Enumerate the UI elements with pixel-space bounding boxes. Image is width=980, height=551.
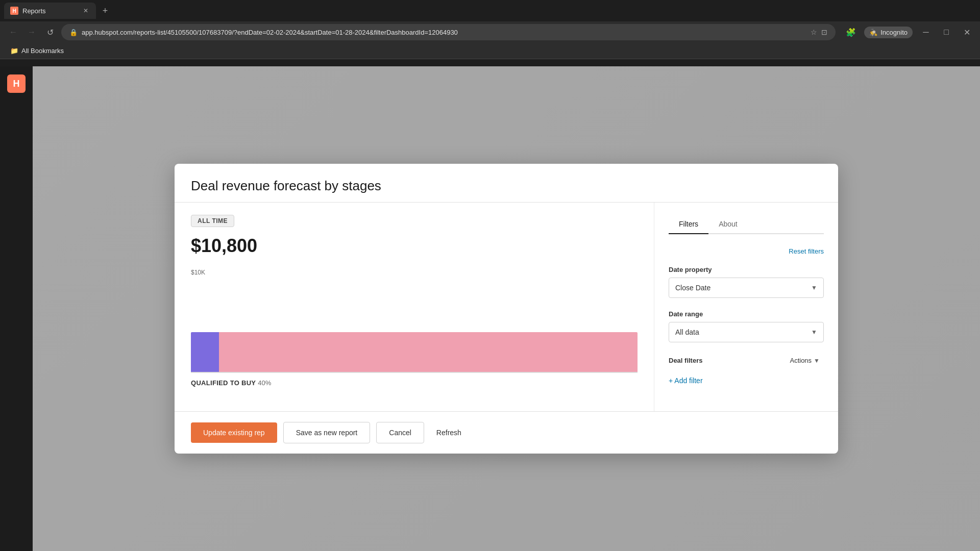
address-url: app.hubspot.com/reports-list/45105500/10…: [82, 29, 806, 36]
date-property-select[interactable]: Close Date ▼: [669, 278, 824, 298]
chart-total-value: $10,800: [191, 235, 638, 257]
bookmark-star-icon[interactable]: ☆: [811, 28, 817, 36]
chart-container: $10K QUALIFIED TO BUY 40%: [191, 269, 638, 399]
refresh-button[interactable]: Refresh: [430, 422, 468, 443]
date-property-label: Date property: [669, 266, 824, 273]
tab-close-button[interactable]: ✕: [82, 7, 90, 15]
date-range-select-wrapper: All data ▼: [669, 322, 824, 342]
back-button[interactable]: ←: [6, 25, 20, 39]
forward-button[interactable]: →: [24, 25, 39, 39]
toolbar-right: 🧩 🕵 Incognito ─ □ ✕: [844, 25, 974, 39]
actions-button[interactable]: Actions ▼: [786, 355, 824, 366]
add-filter-label: + Add filter: [669, 377, 703, 385]
reset-filters-link[interactable]: Reset filters: [789, 247, 824, 255]
deal-filters-section: Deal filters Actions ▼ + Add filter: [669, 355, 824, 387]
update-existing-button[interactable]: Update existing rep: [191, 422, 277, 443]
cancel-button[interactable]: Cancel: [376, 422, 424, 443]
date-property-value: Close Date: [675, 284, 710, 292]
browser-chrome: H Reports ✕ + ← → ↺ 🔒 app.hubspot.com/re…: [0, 0, 980, 66]
date-property-section: Date property Close Date ▼: [669, 266, 824, 298]
address-bar[interactable]: 🔒 app.hubspot.com/reports-list/45105500/…: [61, 24, 836, 40]
tab-filters[interactable]: Filters: [669, 215, 708, 234]
deal-filters-header: Deal filters Actions ▼: [669, 355, 824, 366]
modal-footer: Update existing rep Save as new report C…: [175, 411, 838, 454]
hubspot-logo[interactable]: H: [7, 74, 26, 93]
main-area: H Deal revenue forecast by stages ALL TI…: [0, 66, 980, 551]
bookmarks-label: All Bookmarks: [21, 47, 64, 55]
add-filter-button[interactable]: + Add filter: [669, 374, 824, 387]
refresh-button[interactable]: ↺: [43, 25, 57, 39]
address-icons: ☆ ⊡: [811, 28, 827, 36]
hubspot-favicon: H: [10, 7, 18, 15]
hubspot-sidebar: H: [0, 66, 33, 551]
modal-body: ALL TIME $10,800 $10K QUALIFIED TO BUY 4…: [175, 203, 838, 411]
modal-title: Deal revenue forecast by stages: [191, 178, 822, 194]
modal-overlay: Deal revenue forecast by stages ALL TIME…: [33, 66, 980, 551]
date-range-select[interactable]: All data ▼: [669, 322, 824, 342]
legend-label: QUALIFIED TO BUY: [191, 379, 256, 387]
panel-tabs: Filters About: [669, 215, 824, 234]
deal-filters-title: Deal filters: [669, 357, 702, 364]
bar-purple-segment: [191, 332, 219, 372]
close-window-button[interactable]: ✕: [960, 25, 974, 39]
save-new-report-button[interactable]: Save as new report: [283, 422, 371, 443]
nav-bar: ← → ↺ 🔒 app.hubspot.com/reports-list/451…: [0, 21, 980, 43]
chart-bars: [191, 332, 638, 373]
filters-panel: Filters About Reset filters Date propert…: [654, 203, 838, 411]
incognito-badge[interactable]: 🕵 Incognito: [864, 27, 913, 38]
tab-about[interactable]: About: [708, 215, 748, 234]
incognito-label: Incognito: [880, 29, 908, 36]
chevron-down-icon: ▼: [811, 284, 817, 291]
date-range-value: All data: [675, 328, 699, 336]
content-area: Deal revenue forecast by stages ALL TIME…: [33, 66, 980, 551]
bookmarks-bar: 📁 All Bookmarks: [0, 43, 980, 59]
tab-bar: H Reports ✕ +: [0, 0, 980, 21]
chart-legend: QUALIFIED TO BUY 40%: [191, 379, 638, 387]
date-range-label: Date range: [669, 310, 824, 318]
minimize-button[interactable]: ─: [919, 25, 933, 39]
legend-percentage: 40%: [258, 379, 271, 387]
new-tab-button[interactable]: +: [98, 4, 112, 18]
bar-pink-segment: [219, 332, 638, 372]
chevron-down-icon-2: ▼: [811, 329, 817, 336]
actions-label: Actions: [790, 357, 812, 364]
actions-chevron-icon: ▼: [814, 357, 820, 364]
chart-area: ALL TIME $10,800 $10K QUALIFIED TO BUY 4…: [175, 203, 654, 411]
tab-title: Reports: [22, 7, 78, 15]
modal-header: Deal revenue forecast by stages: [175, 164, 838, 203]
reset-filters-container: Reset filters: [669, 246, 824, 256]
chart-y-label: $10K: [191, 269, 205, 276]
report-modal: Deal revenue forecast by stages ALL TIME…: [175, 164, 838, 454]
split-screen-icon[interactable]: ⊡: [821, 28, 827, 36]
date-range-section: Date range All data ▼: [669, 310, 824, 342]
extension-icon[interactable]: 🧩: [844, 25, 858, 39]
maximize-button[interactable]: □: [939, 25, 953, 39]
time-badge: ALL TIME: [191, 215, 234, 227]
browser-tab-reports[interactable]: H Reports ✕: [4, 3, 96, 19]
bookmarks-folder[interactable]: 📁 All Bookmarks: [6, 46, 68, 56]
bookmarks-folder-icon: 📁: [10, 47, 18, 55]
date-property-select-wrapper: Close Date ▼: [669, 278, 824, 298]
incognito-icon: 🕵: [869, 29, 877, 36]
